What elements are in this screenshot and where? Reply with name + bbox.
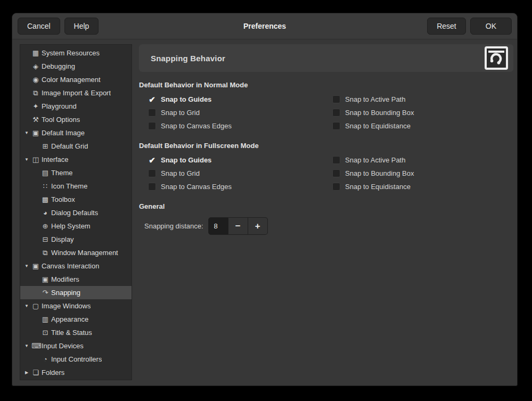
- checkbox-label: Snap to Grid: [161, 169, 200, 177]
- checkbox-label: Snap to Active Path: [345, 95, 405, 103]
- checkbox-row-default-behavior-in-fullscreen-mode-snap-to-bounding-box[interactable]: Snap to Bounding Box: [332, 167, 513, 180]
- checkbox-label: Snap to Canvas Edges: [161, 183, 232, 191]
- checkbox-grid: ✔Snap to GuidesSnap to GridSnap to Canva…: [139, 153, 513, 193]
- sidebar-item-appearance[interactable]: ▥Appearance: [20, 313, 132, 326]
- checkbox-column-left: ✔Snap to GuidesSnap to GridSnap to Canva…: [139, 93, 332, 133]
- sidebar-item-title-status[interactable]: ⊡Title & Status: [20, 326, 132, 339]
- sidebar-item-dialog-defaults[interactable]: ◕Dialog Defaults: [20, 206, 132, 219]
- content-header: Snapping Behavior: [139, 44, 513, 72]
- sidebar-item-debugging[interactable]: ◈Debugging: [20, 60, 132, 73]
- sidebar-item-modifiers[interactable]: ▣Modifiers: [20, 273, 132, 286]
- theme-icon: ▤: [41, 169, 50, 177]
- checkbox-label: Snap to Equidistance: [345, 122, 411, 130]
- help-system-icon: ⊕: [41, 222, 50, 230]
- checkbox-row-default-behavior-in-fullscreen-mode-snap-to-grid[interactable]: Snap to Grid: [148, 167, 332, 180]
- sidebar-item-snapping[interactable]: ↷Snapping: [20, 286, 132, 299]
- sidebar-item-interface[interactable]: ▼◫Interface: [20, 153, 132, 166]
- interface-icon: ◫: [31, 156, 40, 163]
- playground-icon: ✦: [31, 102, 40, 110]
- default-grid-icon: ⊞: [41, 142, 50, 150]
- checkbox-checked-icon[interactable]: ✔: [148, 156, 156, 164]
- checkbox-unchecked-icon[interactable]: [148, 169, 156, 177]
- canvas-interaction-icon: ▣: [31, 262, 40, 270]
- sidebar-item-theme[interactable]: ▤Theme: [20, 166, 132, 179]
- image-import-export-icon: ⧉: [31, 89, 40, 97]
- checkbox-row-default-behavior-in-fullscreen-mode-snap-to-guides[interactable]: ✔Snap to Guides: [148, 153, 332, 167]
- sidebar-item-canvas-interaction[interactable]: ▼▣Canvas Interaction: [20, 259, 132, 273]
- increment-button[interactable]: +: [248, 217, 268, 235]
- sidebar-item-image-windows[interactable]: ▼▢Image Windows: [20, 299, 132, 313]
- checkbox-label: Snap to Canvas Edges: [161, 122, 232, 130]
- checkbox-row-default-behavior-in-fullscreen-mode-snap-to-canvas-edges[interactable]: Snap to Canvas Edges: [148, 180, 332, 193]
- help-button[interactable]: Help: [64, 18, 99, 35]
- checkbox-unchecked-icon[interactable]: [332, 156, 340, 164]
- system-resources-icon: ▦: [31, 49, 40, 57]
- expander-open-icon[interactable]: ▼: [22, 130, 31, 135]
- sidebar-item-label: Dialog Defaults: [51, 209, 98, 217]
- ok-button[interactable]: OK: [470, 18, 512, 35]
- sidebar-item-playground[interactable]: ✦Playground: [20, 100, 132, 113]
- checkbox-checked-icon[interactable]: ✔: [148, 95, 156, 103]
- sidebar-item-label: Color Management: [42, 76, 101, 84]
- expander-open-icon[interactable]: ▼: [22, 304, 31, 308]
- sidebar-item-label: Snapping: [51, 289, 80, 297]
- checkbox-column-left: ✔Snap to GuidesSnap to GridSnap to Canva…: [139, 153, 332, 193]
- checkbox-row-default-behavior-in-normal-mode-snap-to-active-path[interactable]: Snap to Active Path: [332, 93, 513, 106]
- checkbox-label: Snap to Bounding Box: [345, 109, 414, 117]
- checkbox-label: Snap to Guides: [161, 156, 211, 164]
- tool-options-icon: ⚒: [31, 116, 40, 124]
- section-title-default-behavior-in-normal-mode: Default Behavior in Normal Mode: [139, 81, 513, 89]
- sidebar-item-system-resources[interactable]: ▦System Resources: [20, 46, 132, 60]
- checkbox-row-default-behavior-in-normal-mode-snap-to-canvas-edges[interactable]: Snap to Canvas Edges: [148, 119, 332, 133]
- sidebar-tree: ▦System Resources◈Debugging◉Color Manage…: [20, 44, 132, 380]
- checkbox-row-default-behavior-in-fullscreen-mode-snap-to-active-path[interactable]: Snap to Active Path: [332, 153, 513, 167]
- sidebar-item-label: Image Windows: [42, 302, 91, 310]
- sidebar-item-image-import-export[interactable]: ⧉Image Import & Export: [20, 86, 132, 100]
- checkbox-row-default-behavior-in-fullscreen-mode-snap-to-equidistance[interactable]: Snap to Equidistance: [332, 180, 513, 193]
- cancel-button[interactable]: Cancel: [18, 18, 60, 35]
- checkbox-row-default-behavior-in-normal-mode-snap-to-grid[interactable]: Snap to Grid: [148, 106, 332, 119]
- sidebar-item-label: Modifiers: [51, 275, 79, 283]
- checkbox-unchecked-icon[interactable]: [332, 169, 340, 177]
- checkbox-label: Snap to Equidistance: [345, 183, 411, 191]
- decrement-button[interactable]: −: [228, 217, 248, 235]
- expander-closed-icon[interactable]: ▶: [22, 370, 31, 375]
- sidebar-item-label: Interface: [42, 156, 69, 163]
- sidebar-item-label: Default Image: [42, 129, 85, 137]
- toolbox-icon: ▩: [41, 195, 50, 203]
- sidebar-item-window-management[interactable]: ⧉Window Management: [20, 246, 132, 259]
- behavior-sections: Default Behavior in Normal Mode✔Snap to …: [139, 81, 513, 193]
- sidebar-item-color-management[interactable]: ◉Color Management: [20, 73, 132, 86]
- expander-open-icon[interactable]: ▼: [22, 157, 31, 162]
- sidebar-item-default-grid[interactable]: ⊞Default Grid: [20, 140, 132, 153]
- checkbox-unchecked-icon[interactable]: [148, 122, 156, 130]
- checkbox-unchecked-icon[interactable]: [332, 183, 340, 191]
- checkbox-unchecked-icon[interactable]: [148, 183, 156, 191]
- checkbox-unchecked-icon[interactable]: [332, 122, 340, 130]
- sidebar-item-default-image[interactable]: ▼▣Default Image: [20, 126, 132, 140]
- reset-button[interactable]: Reset: [427, 18, 466, 35]
- sidebar-item-display[interactable]: ⊟Display: [20, 233, 132, 246]
- sidebar-item-input-controllers[interactable]: ◔Input Controllers: [20, 353, 132, 366]
- sidebar-item-toolbox[interactable]: ▩Toolbox: [20, 193, 132, 206]
- sidebar-item-folders[interactable]: ▶❏Folders: [20, 366, 132, 379]
- snapping-distance-input[interactable]: [208, 217, 228, 235]
- sidebar-item-label: Input Devices: [42, 342, 84, 350]
- checkbox-row-default-behavior-in-normal-mode-snap-to-guides[interactable]: ✔Snap to Guides: [148, 93, 332, 106]
- checkbox-unchecked-icon[interactable]: [148, 109, 156, 117]
- display-icon: ⊟: [41, 235, 50, 243]
- checkbox-unchecked-icon[interactable]: [332, 109, 340, 117]
- checkbox-row-default-behavior-in-normal-mode-snap-to-equidistance[interactable]: Snap to Equidistance: [332, 119, 513, 133]
- general-section-title: General: [139, 202, 513, 210]
- sidebar-item-tool-options[interactable]: ⚒Tool Options: [20, 113, 132, 126]
- page-title: Snapping Behavior: [151, 54, 225, 63]
- sidebar-item-icon-theme[interactable]: ∷Icon Theme: [20, 179, 132, 193]
- checkbox-grid: ✔Snap to GuidesSnap to GridSnap to Canva…: [139, 93, 513, 133]
- sidebar-item-help-system[interactable]: ⊕Help System: [20, 219, 132, 233]
- checkbox-unchecked-icon[interactable]: [332, 95, 340, 103]
- dialog-defaults-icon: ◕: [41, 209, 50, 217]
- sidebar-item-input-devices[interactable]: ▼⌨Input Devices: [20, 339, 132, 353]
- expander-open-icon[interactable]: ▼: [22, 264, 31, 268]
- expander-open-icon[interactable]: ▼: [22, 343, 31, 348]
- checkbox-row-default-behavior-in-normal-mode-snap-to-bounding-box[interactable]: Snap to Bounding Box: [332, 106, 513, 119]
